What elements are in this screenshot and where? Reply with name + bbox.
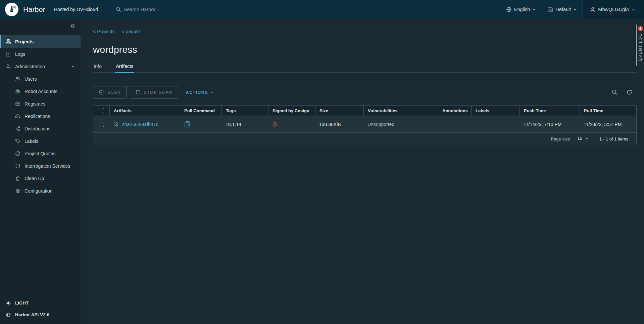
api-link-label: Harbor API V2.0: [15, 312, 49, 317]
sidebar-item-project-quotas[interactable]: Project Quotas: [0, 147, 81, 160]
vulnerabilities-cell: Unsupported: [363, 122, 438, 127]
page-size-label: Page size: [551, 136, 570, 141]
sidebar-item-interrogation-services[interactable]: Interrogation Services: [0, 160, 81, 172]
quota-icon: [15, 151, 20, 156]
filter-search-icon[interactable]: [607, 89, 622, 95]
artifacts-toolbar: SCAN STOP SCAN ACTIONS: [93, 86, 637, 98]
chevron-down-icon: [532, 8, 536, 11]
sidebar-item-distributions[interactable]: Distributions: [0, 122, 81, 135]
sidebar-item-label: Labels: [24, 138, 38, 144]
username-label: MbwQLGCglA: [598, 7, 629, 12]
size-cell: 130.36KiB: [315, 122, 363, 127]
trash-icon: [15, 176, 20, 181]
stop-scan-button-label: STOP SCAN: [144, 90, 172, 95]
shield-icon: [15, 163, 20, 169]
stop-scan-button[interactable]: STOP SCAN: [130, 86, 178, 98]
select-all-checkbox[interactable]: [99, 108, 104, 113]
sidebar-item-labels[interactable]: Labels: [0, 135, 81, 147]
sidebar-item-label: Administration: [15, 64, 45, 69]
sidebar-item-logs[interactable]: Logs: [0, 48, 81, 60]
table-row: sha256:89afb47c 18.1.14: [93, 116, 636, 132]
sidebar-item-label: Projects: [15, 39, 34, 44]
tags-cell: 18.1.14: [221, 122, 268, 127]
artifacts-table: Artifacts Pull Command Tags Signed by Co…: [93, 105, 637, 145]
sidebar-item-label: Interrogation Services: [24, 163, 70, 169]
sidebar-item-robot-accounts[interactable]: Robot Accounts: [0, 85, 81, 97]
sidebar-item-registries[interactable]: Registries: [0, 97, 81, 110]
sidebar-footer: LIGHT Harbor API V2.0: [0, 297, 81, 321]
breadcrumb-private[interactable]: < private: [121, 29, 140, 34]
search-input[interactable]: [124, 7, 285, 12]
page-title: wordpress: [93, 44, 637, 55]
column-header-artifacts: Artifacts: [109, 106, 180, 116]
language-menu[interactable]: English: [500, 0, 542, 19]
users-icon: [15, 76, 20, 82]
actions-dropdown-button[interactable]: ACTIONS: [186, 90, 214, 95]
chevron-down-icon: [573, 8, 577, 11]
collapse-double-chevron-icon: [70, 23, 76, 29]
sidebar-item-projects[interactable]: Projects: [0, 35, 81, 48]
app-title: Harbor: [23, 5, 45, 13]
table-footer: Page size 15 1 - 1 of 1 items: [93, 132, 636, 145]
signed-by-cosign-cell: [268, 122, 315, 127]
search-icon: [115, 6, 121, 12]
brand[interactable]: Harbor Hosted by OVHcloud: [0, 0, 98, 19]
pull-time-cell: 11/20/23, 5:51 PM: [580, 122, 636, 127]
sidebar: Projects Logs Administ: [0, 19, 81, 324]
sidebar-item-administration[interactable]: Administration: [0, 60, 81, 73]
user-menu[interactable]: MbwQLGCglA: [583, 0, 644, 19]
artifact-digest-link[interactable]: sha256:89afb47c: [122, 122, 158, 127]
row-checkbox[interactable]: [99, 122, 104, 127]
sun-icon: [6, 300, 11, 306]
column-header-push-time: Push Time: [519, 106, 580, 116]
sidebar-collapse-button[interactable]: [0, 19, 81, 33]
shield-check-icon: [99, 90, 104, 95]
main-content: < Projects < private wordpress Info Arti…: [81, 19, 644, 324]
sidebar-item-users[interactable]: Users: [0, 73, 81, 85]
items-summary: 1 - 1 of 1 items: [599, 136, 628, 141]
actions-button-label: ACTIONS: [186, 90, 208, 95]
tab-info[interactable]: Info: [93, 64, 102, 73]
event-log-badge: 1: [638, 26, 643, 31]
scan-button[interactable]: SCAN: [93, 86, 127, 98]
theme-selector-label: Default: [555, 7, 571, 12]
sidebar-item-clean-up[interactable]: Clean Up: [0, 172, 81, 185]
robot-icon: [15, 89, 20, 94]
page-size-select[interactable]: 15: [576, 136, 589, 142]
page-size-value: 15: [578, 136, 582, 141]
tab-artifacts[interactable]: Artifacts: [115, 64, 134, 73]
breadcrumb-projects[interactable]: < Projects: [93, 29, 115, 34]
refresh-icon[interactable]: [622, 89, 637, 95]
harbor-api-link[interactable]: Harbor API V2.0: [0, 309, 81, 321]
sidebar-item-configuration[interactable]: Configuration: [0, 185, 81, 197]
table-header-row: Artifacts Pull Command Tags Signed by Co…: [93, 106, 636, 116]
chevron-down-icon: [632, 8, 635, 11]
sidebar-item-replications[interactable]: Replications: [0, 110, 81, 122]
push-time-cell: 11/14/23, 7:10 PM: [519, 122, 580, 127]
column-header-labels: Labels: [471, 106, 519, 116]
column-header-tags: Tags: [221, 106, 268, 116]
theme-toggle-light[interactable]: LIGHT: [0, 297, 81, 309]
copy-icon[interactable]: [184, 121, 190, 127]
not-signed-icon: [272, 122, 278, 127]
pull-command-cell: [180, 121, 221, 127]
event-log-tab[interactable]: 1 EVENT LOG: [636, 25, 644, 66]
globe-icon: [506, 7, 512, 12]
theme-selector-menu[interactable]: Default: [542, 0, 583, 19]
share-icon: [15, 126, 20, 131]
row-select-cell: [93, 122, 109, 127]
column-header-signed-by-cosign: Signed by Cosign: [268, 106, 315, 116]
sidebar-item-label: Logs: [15, 51, 25, 57]
sidebar-item-label: Replications: [24, 114, 50, 119]
select-all-cell: [93, 106, 109, 116]
column-header-pull-time: Pull Time: [580, 106, 636, 116]
sidebar-item-label: Users: [24, 76, 37, 82]
chevron-down-icon: [71, 65, 75, 69]
theme-toggle-label: LIGHT: [15, 300, 29, 306]
projects-icon: [6, 39, 11, 44]
stop-square-icon: [136, 90, 141, 95]
chevron-down-icon: [210, 90, 214, 94]
sidebar-item-label: Distributions: [24, 126, 50, 131]
api-globe-icon: [6, 312, 11, 318]
scan-button-label: SCAN: [107, 90, 121, 95]
